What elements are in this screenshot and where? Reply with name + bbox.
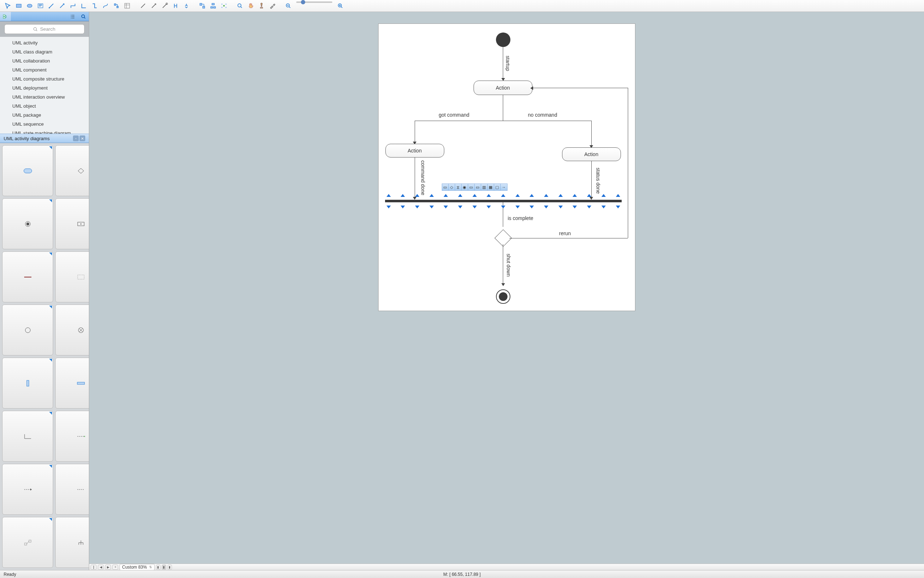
edge[interactable] — [415, 157, 415, 199]
zoom-select[interactable]: Custom 83%⇅ — [120, 564, 155, 570]
shape-action[interactable] — [2, 145, 53, 196]
node-sync-bar[interactable] — [385, 200, 622, 202]
line-style-5[interactable] — [182, 2, 191, 10]
edge[interactable] — [532, 88, 628, 88]
zoom-slider[interactable] — [296, 2, 332, 3]
connector-tool-2[interactable] — [57, 2, 67, 10]
line-style-4[interactable] — [170, 2, 181, 10]
selection-handle-icon[interactable] — [444, 206, 448, 208]
selection-handle-icon[interactable] — [472, 194, 477, 197]
canvas-scroll[interactable]: startup Action got command no command — [89, 12, 924, 563]
text-tool[interactable] — [36, 2, 45, 10]
layout-tool-1[interactable] — [197, 2, 207, 10]
edge[interactable] — [503, 244, 503, 286]
lib-item[interactable]: UML interaction overview — [0, 93, 89, 102]
shape-conn-dash3[interactable] — [55, 464, 89, 515]
eyedropper-tool[interactable] — [267, 2, 277, 10]
line-style-3[interactable] — [160, 2, 170, 10]
selection-handle-icon[interactable] — [616, 194, 620, 197]
page-prev[interactable]: ◀ — [98, 565, 104, 570]
selection-handle-icon[interactable] — [386, 206, 391, 208]
connector-tool-3[interactable] — [68, 2, 78, 10]
selection-handle-icon[interactable] — [544, 194, 548, 197]
connector-tool-5[interactable] — [89, 2, 100, 10]
selection-handle-icon[interactable] — [544, 206, 548, 208]
selection-handle-icon[interactable] — [530, 194, 534, 197]
lib-item[interactable]: UML component — [0, 65, 89, 75]
panel-save-icon[interactable]: ▫ — [73, 135, 79, 141]
shape-decision[interactable] — [55, 145, 89, 196]
pan-tool[interactable] — [246, 2, 256, 10]
selection-handle-icon[interactable] — [515, 206, 520, 208]
connector-tool-1[interactable] — [46, 2, 56, 10]
shape-swim-v[interactable] — [2, 358, 53, 409]
ctx-swim2-icon[interactable]: ▦ — [488, 184, 494, 190]
selection-handle-icon[interactable] — [444, 194, 448, 197]
selection-handle-icon[interactable] — [515, 194, 520, 197]
tab-listview[interactable] — [67, 12, 78, 21]
selection-handle-icon[interactable] — [400, 206, 405, 208]
selection-handle-icon[interactable] — [430, 206, 434, 208]
shape-flowfinal[interactable] — [2, 305, 53, 356]
page-pause[interactable]: ∥ — [91, 565, 96, 570]
ctx-arrow-icon[interactable]: → — [501, 184, 507, 190]
shape-sync-h[interactable] — [2, 252, 53, 302]
selection-handle-icon[interactable] — [386, 194, 391, 197]
line-style-1[interactable] — [138, 2, 148, 10]
ctx-swim-icon[interactable]: ▥ — [481, 184, 488, 190]
view-mode-3[interactable]: ▮ — [168, 565, 172, 570]
layout-tool-2[interactable] — [208, 2, 218, 10]
shape-object[interactable] — [55, 198, 89, 249]
selection-handle-icon[interactable] — [501, 206, 505, 208]
selection-handle-icon[interactable] — [558, 194, 563, 197]
zoom-out[interactable] — [283, 2, 293, 10]
selection-handle-icon[interactable] — [415, 194, 419, 197]
selection-handle-icon[interactable] — [601, 194, 606, 197]
page-next[interactable]: ▶ — [105, 565, 111, 570]
node-action-3[interactable]: Action — [562, 148, 621, 161]
node-action-1[interactable]: Action — [473, 81, 532, 95]
edge[interactable] — [503, 95, 503, 121]
selection-handle-icon[interactable] — [572, 206, 577, 208]
shape-region-dashed[interactable] — [55, 252, 89, 302]
lib-item[interactable]: UML activity — [0, 38, 89, 47]
view-mode-2[interactable]: ▮ — [162, 565, 166, 570]
edge[interactable] — [415, 121, 592, 121]
edge[interactable] — [415, 121, 415, 144]
selection-handle-icon[interactable] — [530, 206, 534, 208]
shape-conn-elbow[interactable] — [2, 411, 53, 462]
selection-handle-icon[interactable] — [486, 194, 491, 197]
ctx-rect2-icon[interactable]: ▭ — [475, 184, 481, 190]
selection-handle-icon[interactable] — [558, 206, 563, 208]
diagram-page[interactable]: startup Action got command no command — [378, 23, 635, 311]
page-add[interactable]: ＋ — [112, 565, 118, 570]
shape-swim-h[interactable] — [55, 358, 89, 409]
lib-item[interactable]: UML composite structure — [0, 75, 89, 83]
selection-handle-icon[interactable] — [458, 194, 462, 197]
layout-tool-3[interactable] — [219, 2, 229, 10]
connector-tool-6[interactable] — [101, 2, 110, 10]
selection-handle-icon[interactable] — [587, 194, 591, 197]
cursor-tool[interactable] — [3, 2, 13, 10]
lib-item[interactable]: UML object — [0, 102, 89, 110]
shape-final[interactable] — [2, 198, 53, 249]
selection-handle-icon[interactable] — [616, 206, 620, 208]
selection-handle-icon[interactable] — [430, 194, 434, 197]
node-initial[interactable] — [496, 32, 511, 47]
edge[interactable] — [591, 121, 592, 148]
lib-item[interactable]: UML deployment — [0, 83, 89, 93]
edge[interactable] — [591, 161, 592, 199]
selection-handle-icon[interactable] — [572, 194, 577, 197]
selection-handle-icon[interactable] — [486, 206, 491, 208]
selection-handle-icon[interactable] — [400, 194, 405, 197]
stamp-tool[interactable] — [256, 2, 267, 10]
ctx-final-icon[interactable]: ◉ — [462, 184, 468, 190]
zoom-in[interactable] — [335, 2, 345, 10]
ctx-frame-icon[interactable]: ▢ — [494, 184, 501, 190]
rect-tool[interactable] — [14, 2, 24, 10]
search-input[interactable] — [4, 24, 84, 34]
lib-item[interactable]: UML collaboration — [0, 56, 89, 65]
lib-item[interactable]: UML sequence — [0, 120, 89, 128]
ctx-rect-icon[interactable]: ▭ — [468, 184, 475, 190]
connector-tool-4[interactable] — [79, 2, 89, 10]
